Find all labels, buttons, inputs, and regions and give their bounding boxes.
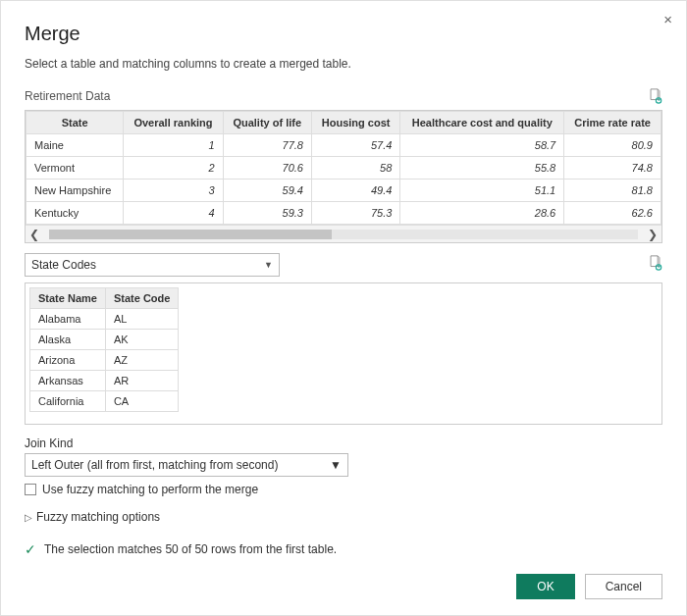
refresh-icon[interactable]: [648, 255, 662, 271]
second-table-dropdown[interactable]: State Codes ▼: [25, 253, 280, 277]
col-healthcare[interactable]: Healthcare cost and quality: [400, 112, 564, 134]
col-housing-cost[interactable]: Housing cost: [311, 112, 399, 134]
cell-crime: 81.8: [564, 180, 661, 202]
table1-container: State Overall ranking Quality of life Ho…: [25, 110, 662, 243]
close-icon[interactable]: ×: [663, 11, 672, 27]
chevron-right-icon: ▷: [25, 512, 32, 523]
scrollbar-track[interactable]: [49, 230, 638, 239]
cell-housing: 75.3: [311, 202, 399, 225]
chevron-down-icon: ▼: [330, 458, 342, 472]
cell-code: AL: [105, 309, 178, 330]
table1-header-row: State Overall ranking Quality of life Ho…: [26, 112, 661, 134]
cell-housing: 49.4: [311, 180, 399, 202]
cell-quality: 59.3: [223, 202, 311, 225]
table-row[interactable]: AlabamaAL: [30, 309, 179, 330]
scroll-left-icon[interactable]: ❮: [26, 228, 43, 241]
col-overall-ranking[interactable]: Overall ranking: [124, 112, 223, 134]
table-row[interactable]: ArizonaAZ: [30, 350, 179, 371]
cell-code: AR: [105, 371, 178, 391]
table-row[interactable]: CaliforniaCA: [30, 391, 179, 412]
cell-health: 28.6: [400, 202, 564, 225]
cell-rank: 2: [124, 157, 223, 180]
horizontal-scrollbar[interactable]: ❮ ❯: [26, 225, 661, 242]
fuzzy-label: Use fuzzy matching to perform the merge: [42, 483, 258, 496]
cell-quality: 70.6: [223, 157, 311, 180]
scrollbar-thumb[interactable]: [49, 230, 332, 239]
cell-name: California: [30, 391, 106, 412]
cell-health: 51.1: [400, 180, 564, 202]
cell-name: Arkansas: [30, 371, 106, 391]
col-state-name[interactable]: State Name: [30, 288, 106, 309]
cell-code: AK: [105, 330, 178, 350]
scroll-right-icon[interactable]: ❯: [644, 228, 661, 241]
cell-rank: 1: [124, 134, 223, 157]
cell-code: AZ: [105, 350, 178, 371]
cell-health: 58.7: [400, 134, 564, 157]
table-row[interactable]: AlaskaAK: [30, 330, 179, 350]
fuzzy-options-expander[interactable]: ▷ Fuzzy matching options: [25, 510, 662, 524]
dialog-subtitle: Select a table and matching columns to c…: [25, 57, 662, 71]
refresh-icon[interactable]: [648, 88, 662, 104]
col-state[interactable]: State: [26, 112, 124, 134]
cell-crime: 62.6: [564, 202, 661, 225]
cell-state: Maine: [26, 134, 124, 157]
check-icon: ✓: [25, 541, 36, 557]
join-selected: Left Outer (all from first, matching fro…: [31, 458, 278, 472]
cell-health: 55.8: [400, 157, 564, 180]
cell-name: Alabama: [30, 309, 106, 330]
cell-housing: 57.4: [311, 134, 399, 157]
join-kind-label: Join Kind: [25, 436, 662, 450]
table2-header-row: State Name State Code: [30, 288, 179, 309]
table-row[interactable]: Vermont 2 70.6 58 55.8 74.8: [26, 157, 661, 180]
table-row[interactable]: ArkansasAR: [30, 371, 179, 391]
table1-label: Retirement Data: [25, 89, 110, 103]
cell-housing: 58: [311, 157, 399, 180]
cell-state: Vermont: [26, 157, 124, 180]
chevron-down-icon: ▼: [264, 260, 273, 270]
cell-name: Arizona: [30, 350, 106, 371]
col-quality-of-life[interactable]: Quality of life: [223, 112, 311, 134]
cell-name: Alaska: [30, 330, 106, 350]
table-row[interactable]: Maine 1 77.8 57.4 58.7 80.9: [26, 134, 661, 157]
expander-label: Fuzzy matching options: [36, 510, 160, 524]
dropdown-selected: State Codes: [31, 258, 96, 272]
ok-button[interactable]: OK: [516, 574, 574, 599]
col-state-code[interactable]: State Code: [105, 288, 178, 309]
fuzzy-checkbox[interactable]: [25, 484, 36, 495]
cell-quality: 77.8: [223, 134, 311, 157]
table-row[interactable]: Kentucky 4 59.3 75.3 28.6 62.6: [26, 202, 661, 225]
cell-state: Kentucky: [26, 202, 124, 225]
cell-code: CA: [105, 391, 178, 412]
cell-crime: 80.9: [564, 134, 661, 157]
cell-state: New Hampshire: [26, 180, 124, 202]
cell-rank: 4: [124, 202, 223, 225]
dialog-title: Merge: [25, 23, 662, 45]
table2-container: State Name State Code AlabamaAL AlaskaAK…: [25, 282, 662, 425]
table-row[interactable]: New Hampshire 3 59.4 49.4 51.1 81.8: [26, 180, 661, 202]
cell-crime: 74.8: [564, 157, 661, 180]
cell-rank: 3: [124, 180, 223, 202]
join-kind-dropdown[interactable]: Left Outer (all from first, matching fro…: [25, 453, 348, 477]
col-crime-rate[interactable]: Crime rate rate: [564, 112, 661, 134]
cell-quality: 59.4: [223, 180, 311, 202]
status-text: The selection matches 50 of 50 rows from…: [44, 542, 337, 556]
cancel-button[interactable]: Cancel: [585, 574, 662, 599]
